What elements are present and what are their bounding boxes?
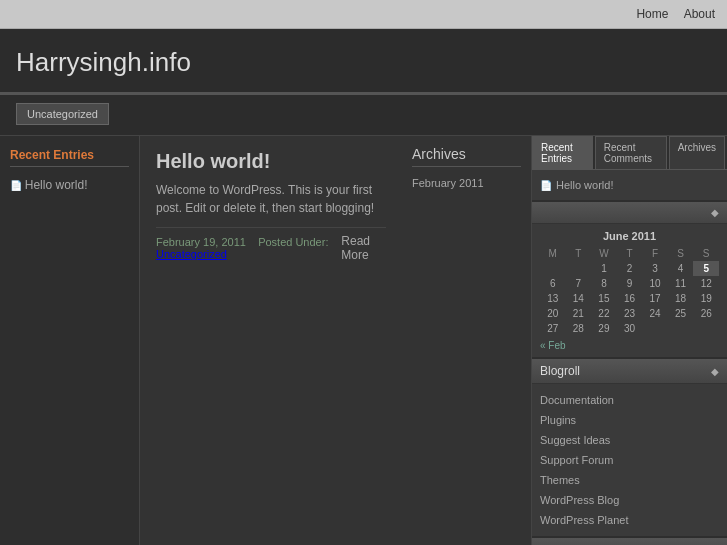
top-nav-bar: Home About: [0, 0, 727, 29]
blogroll-title-bar: Blogroll ◆: [532, 359, 727, 384]
recent-entries-heading: Recent Entries: [10, 148, 129, 167]
cal-cell: 25: [668, 306, 694, 321]
calendar-content: June 2011 M T W T F S S: [532, 224, 727, 357]
table-row: 13 14 15 16 17 18 19: [540, 291, 719, 306]
calendar-table: M T W T F S S 1: [540, 246, 719, 336]
recent-entry-link[interactable]: Hello world!: [25, 178, 88, 192]
blogroll-widget: Blogroll ◆ Documentation Plugins Suggest…: [532, 359, 727, 536]
entry-icon: 📄: [540, 180, 552, 191]
cal-cell: [668, 321, 694, 336]
post-date-category: February 19, 2011 Posted Under: Uncatego…: [156, 236, 341, 260]
blogroll-items: Documentation Plugins Suggest Ideas Supp…: [540, 390, 719, 530]
archives-column: Archives February 2011: [402, 136, 532, 545]
archives-heading: Archives: [412, 146, 521, 167]
calendar-nav: « Feb: [540, 336, 719, 351]
diamond-icon: ◆: [711, 207, 719, 218]
cal-prev-link[interactable]: « Feb: [540, 340, 566, 351]
cal-cell: [693, 321, 719, 336]
cal-cell: 17: [642, 291, 668, 306]
cal-header-f: F: [642, 246, 668, 261]
entry-link[interactable]: Hello world!: [556, 179, 613, 191]
cal-cell: 30: [617, 321, 643, 336]
cal-cell: 28: [566, 321, 592, 336]
blogroll-link[interactable]: WordPress Blog: [540, 494, 619, 506]
cal-cell: [540, 261, 566, 276]
blogroll-link[interactable]: Documentation: [540, 394, 614, 406]
tab-archives[interactable]: Archives: [669, 136, 725, 169]
cal-cell: 19: [693, 291, 719, 306]
cal-header-w: W: [591, 246, 617, 261]
post-category-link[interactable]: Uncategorized: [156, 248, 227, 260]
category-bar: Uncategorized: [0, 95, 727, 136]
cal-cell: 1: [591, 261, 617, 276]
cal-cell: [566, 261, 592, 276]
cal-cell: 24: [642, 306, 668, 321]
calendar-month-title: June 2011: [540, 230, 719, 242]
cal-header-s2: S: [693, 246, 719, 261]
blogroll-link[interactable]: Support Forum: [540, 454, 613, 466]
post-body: Welcome to WordPress. This is your first…: [156, 181, 386, 217]
cal-cell: 23: [617, 306, 643, 321]
cal-header-s: S: [668, 246, 694, 261]
cal-cell: 15: [591, 291, 617, 306]
cal-header-t: T: [566, 246, 592, 261]
main-layout: Recent Entries Hello world! Hello world!…: [0, 136, 727, 545]
entry-item: 📄 Hello world!: [540, 176, 719, 194]
post-meta: February 19, 2011 Posted Under: Uncatego…: [156, 227, 386, 262]
cal-cell: 18: [668, 291, 694, 306]
list-item: Plugins: [540, 410, 719, 430]
cal-header-m: M: [540, 246, 566, 261]
nav-about-link[interactable]: About: [684, 7, 715, 21]
blogroll-link[interactable]: Themes: [540, 474, 580, 486]
cal-cell: 22: [591, 306, 617, 321]
table-row: 20 21 22 23 24 25 26: [540, 306, 719, 321]
tab-bar: Recent Entries Recent Comments Archives: [532, 136, 727, 170]
blogroll-link[interactable]: Plugins: [540, 414, 576, 426]
post-posted-under: Posted Under:: [258, 236, 328, 248]
table-row: 27 28 29 30: [540, 321, 719, 336]
cal-cell: 10: [642, 276, 668, 291]
list-item: Documentation: [540, 390, 719, 410]
read-more-link[interactable]: Read More: [341, 234, 386, 262]
list-item: Themes: [540, 470, 719, 490]
nav-home-link[interactable]: Home: [636, 7, 668, 21]
cal-cell: 20: [540, 306, 566, 321]
cal-cell: 13: [540, 291, 566, 306]
uncategorized-button[interactable]: Uncategorized: [16, 103, 109, 125]
diamond-icon: ◆: [711, 366, 719, 377]
tags-title-bar: Tags ◆: [532, 538, 727, 545]
blogroll-link[interactable]: WordPress Planet: [540, 514, 628, 526]
post-title: Hello world!: [156, 150, 386, 173]
cal-header-t2: T: [617, 246, 643, 261]
cal-cell: 2: [617, 261, 643, 276]
right-sidebar: Recent Entries Recent Comments Archives …: [532, 136, 727, 545]
cal-cell: 7: [566, 276, 592, 291]
site-title: Harrysingh.info: [16, 47, 711, 78]
cal-cell: 8: [591, 276, 617, 291]
cal-cell: 29: [591, 321, 617, 336]
recent-entries-content: 📄 Hello world!: [532, 170, 727, 200]
list-item: WordPress Blog: [540, 490, 719, 510]
blogroll-title: Blogroll: [540, 364, 580, 378]
archive-link[interactable]: February 2011: [412, 177, 484, 189]
cal-cell: 3: [642, 261, 668, 276]
blogroll-link[interactable]: Suggest Ideas: [540, 434, 610, 446]
post-date: February 19, 2011: [156, 236, 246, 248]
recent-entries-list: Hello world!: [10, 175, 129, 195]
cal-cell: 4: [668, 261, 694, 276]
list-item: WordPress Planet: [540, 510, 719, 530]
calendar-widget: ◆ June 2011 M T W T F S S: [532, 202, 727, 357]
tab-recent-comments[interactable]: Recent Comments: [595, 136, 667, 169]
list-item: February 2011: [412, 175, 521, 191]
content-area: Hello world! Welcome to WordPress. This …: [140, 136, 402, 545]
cal-cell-today: 5: [693, 261, 719, 276]
cal-cell: 14: [566, 291, 592, 306]
cal-cell: 6: [540, 276, 566, 291]
cal-cell: 21: [566, 306, 592, 321]
cal-cell: [642, 321, 668, 336]
tags-widget: Tags ◆: [532, 538, 727, 545]
archives-list: February 2011: [412, 175, 521, 191]
tab-recent-entries[interactable]: Recent Entries: [532, 136, 593, 169]
list-item: Support Forum: [540, 450, 719, 470]
cal-cell: 27: [540, 321, 566, 336]
